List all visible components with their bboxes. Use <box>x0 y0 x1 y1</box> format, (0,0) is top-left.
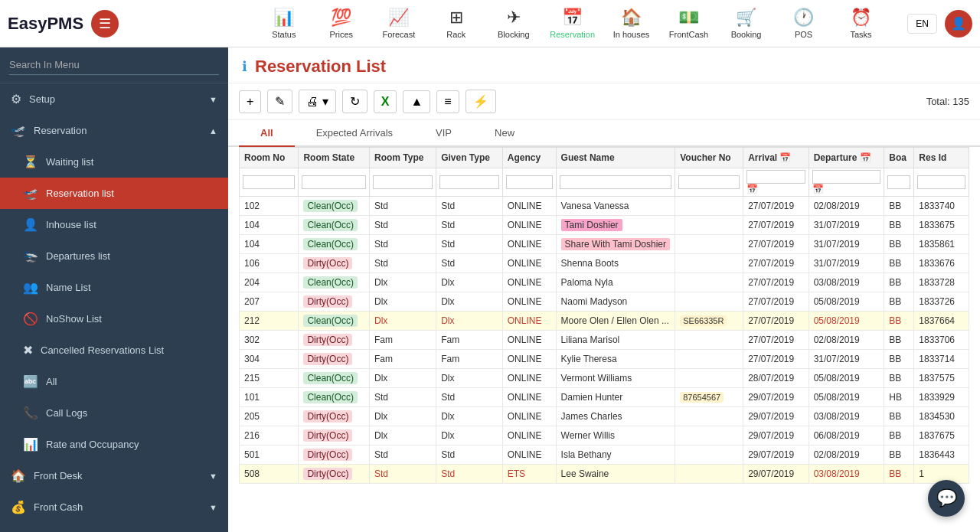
table-row[interactable]: 207 Dirty(Occ) Dlx Dlx ONLINE Naomi Mady… <box>240 292 969 312</box>
nav-item-forecast[interactable]: 📈Forecast <box>377 8 420 39</box>
sidebar-item-waiting-list[interactable]: ⏳Waiting list <box>0 146 228 178</box>
table-row[interactable]: 508 Dirty(Occ) Std Std ETS Lee Swaine 29… <box>240 465 969 484</box>
cell-agency: ONLINE <box>502 388 556 407</box>
nav-item-reservation[interactable]: 📅Reservation <box>550 8 595 39</box>
chat-bubble[interactable]: 💬 <box>928 480 965 517</box>
tab-expected-arrivals[interactable]: Expected Arrivals <box>295 120 414 147</box>
tab-new[interactable]: New <box>473 120 536 147</box>
cell-guest-name: Kylie Theresa <box>556 350 675 369</box>
main-layout: ⚙Setup▼🛫Reservation▲⏳Waiting list🛫Reserv… <box>0 47 980 532</box>
cell-board: BB <box>884 446 914 465</box>
menu-button[interactable]: ≡ <box>436 90 459 113</box>
cell-departure: 03/08/2019 <box>808 407 884 426</box>
filter-input-0[interactable] <box>243 175 295 189</box>
table-row[interactable]: 302 Dirty(Occ) Fam Fam ONLINE Liliana Ma… <box>240 331 969 350</box>
cell-agency: ONLINE <box>502 426 556 446</box>
nav-item-pos[interactable]: 🕐POS <box>782 8 825 39</box>
sidebar-item-call-logs[interactable]: 📞Call Logs <box>0 397 228 429</box>
cell-given-type: Dlx <box>436 369 503 388</box>
waiting-list-icon: ⏳ <box>23 155 38 169</box>
filter-input-10[interactable] <box>917 175 965 189</box>
nav-item-status[interactable]: 📊Status <box>263 8 305 39</box>
filter-input-2[interactable] <box>373 175 433 189</box>
filter-input-departure[interactable] <box>812 170 881 184</box>
sidebar-item-reservation-list[interactable]: 🛫Reservation list <box>0 178 228 209</box>
nav-item-inhouses[interactable]: 🏠In houses <box>610 8 652 39</box>
rack-icon: ⊞ <box>449 8 463 28</box>
hamburger-button[interactable]: ☰ <box>91 10 119 38</box>
table-row[interactable]: 102 Clean(Occ) Std Std ONLINE Vanesa Van… <box>240 197 969 216</box>
language-button[interactable]: EN <box>907 14 937 34</box>
table-row[interactable]: 304 Dirty(Occ) Fam Fam ONLINE Kylie Ther… <box>240 350 969 369</box>
cal-icon[interactable]: 📅 <box>779 152 791 163</box>
cell-guest-name: Vermont Williams <box>556 369 675 388</box>
tab-all[interactable]: All <box>239 120 295 147</box>
table-row[interactable]: 212 Clean(Occ) Dlx Dlx ONLINE Moore Olen… <box>240 312 969 331</box>
table-row[interactable]: 501 Dirty(Occ) Std Std ONLINE Isla Betha… <box>240 446 969 465</box>
table-wrapper[interactable]: Room NoRoom StateRoom TypeGiven TypeAgen… <box>228 147 980 532</box>
filter-input-boa[interactable] <box>887 175 910 189</box>
tab-vip[interactable]: VIP <box>414 120 473 147</box>
toolbar: + ✎ 🖨 ▾ ↻ X ▲ ≡ ⚡ Total: 135 <box>228 83 980 120</box>
lightning-button[interactable]: ⚡ <box>466 90 496 113</box>
filter-input-arrival[interactable] <box>746 170 805 184</box>
cell-agency: ONLINE <box>502 216 556 235</box>
cell-res-id: 1836443 <box>914 446 969 465</box>
export-button[interactable]: X <box>374 90 397 113</box>
table-row[interactable]: 101 Clean(Occ) Std Std ONLINE Damien Hun… <box>240 388 969 407</box>
cell-res-id: 1833728 <box>914 273 969 292</box>
nav-item-booking[interactable]: 🛒Booking <box>725 8 767 39</box>
cell-agency: ONLINE <box>502 254 556 273</box>
table-row[interactable]: 104 Clean(Occ) Std Std ONLINE Tami Doshi… <box>240 216 969 235</box>
cal-icon[interactable]: 📅 <box>860 152 871 163</box>
prices-icon: 💯 <box>331 8 351 28</box>
cell-agency: ONLINE <box>502 273 556 292</box>
nav-item-blocking[interactable]: ✈Blocking <box>492 8 534 39</box>
all-inner: 🔤All <box>23 374 57 389</box>
sidebar-item-housekeeping[interactable]: 🏠Housekeeping▼ <box>0 523 228 532</box>
nav-item-frontcash[interactable]: 💵FrontCash <box>668 8 710 39</box>
cell-room-no: 101 <box>240 388 299 407</box>
sidebar-item-name-list[interactable]: 👥Name List <box>0 272 228 303</box>
cell-res-id: 1835861 <box>914 235 969 254</box>
sidebar-item-front-desk[interactable]: 🏠Front Desk▼ <box>0 460 228 491</box>
table-row[interactable]: 204 Clean(Occ) Dlx Dlx ONLINE Paloma Nyl… <box>240 273 969 292</box>
cell-voucher <box>675 369 743 388</box>
help-icon[interactable]: ℹ <box>242 58 247 75</box>
filter-input-5[interactable] <box>560 175 672 189</box>
cell-arrival: 29/07/2019 <box>743 446 809 465</box>
table-row[interactable]: 106 Dirty(Occ) Std Std ONLINE Shenna Boo… <box>240 254 969 273</box>
sidebar-item-noshow-list[interactable]: 🚫NoShow List <box>0 303 228 335</box>
table-row[interactable]: 215 Clean(Occ) Dlx Dlx ONLINE Vermont Wi… <box>240 369 969 388</box>
cell-given-type: Dlx <box>436 292 503 312</box>
refresh-button[interactable]: ↻ <box>342 90 368 113</box>
sidebar-item-all[interactable]: 🔤All <box>0 366 228 397</box>
cell-res-id: 1837664 <box>914 312 969 331</box>
edit-button[interactable]: ✎ <box>267 90 292 113</box>
add-button[interactable]: + <box>239 90 261 113</box>
nav-item-rack[interactable]: ⊞Rack <box>435 8 477 39</box>
cell-room-no: 204 <box>240 273 299 292</box>
table-row[interactable]: 205 Dirty(Occ) Dlx Dlx ONLINE James Char… <box>240 407 969 426</box>
sidebar-item-reservation[interactable]: 🛫Reservation▲ <box>0 115 228 146</box>
cell-given-type: Fam <box>436 331 503 350</box>
sidebar-item-rate-occupancy[interactable]: 📊Rate and Occupancy <box>0 429 228 460</box>
search-input[interactable] <box>9 55 219 75</box>
up-button[interactable]: ▲ <box>403 90 430 113</box>
table-row[interactable]: 104 Clean(Occ) Std Std ONLINE Share With… <box>240 235 969 254</box>
table-row[interactable]: 216 Dirty(Occ) Dlx Dlx ONLINE Werner Wil… <box>240 426 969 446</box>
print-button[interactable]: 🖨 ▾ <box>299 90 335 113</box>
filter-input-4[interactable] <box>506 175 553 189</box>
filter-input-1[interactable] <box>302 175 366 189</box>
sidebar-item-cancelled-list[interactable]: ✖Cancelled Reservations List <box>0 335 228 366</box>
status-label: Status <box>272 30 296 39</box>
sidebar-item-setup[interactable]: ⚙Setup▼ <box>0 83 228 115</box>
sidebar-item-departures-list[interactable]: 🛬Departures list <box>0 240 228 272</box>
nav-item-prices[interactable]: 💯Prices <box>320 8 362 39</box>
nav-item-tasks[interactable]: ⏰Tasks <box>840 8 882 39</box>
sidebar-item-inhouse-list[interactable]: 👤Inhouse list <box>0 209 228 240</box>
user-avatar-button[interactable]: 👤 <box>945 10 972 38</box>
sidebar-item-front-cash[interactable]: 💰Front Cash▼ <box>0 491 228 523</box>
filter-input-6[interactable] <box>678 175 740 189</box>
filter-input-3[interactable] <box>439 175 499 189</box>
